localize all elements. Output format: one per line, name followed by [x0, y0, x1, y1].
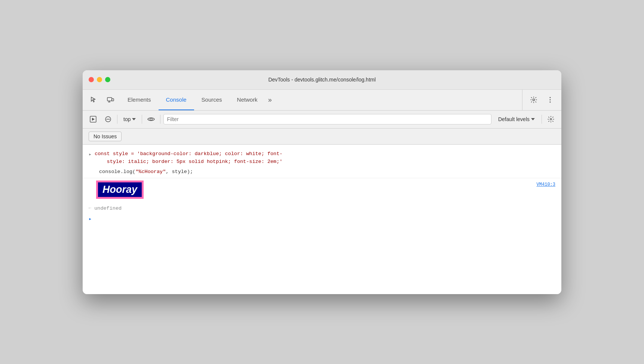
tab-bar-actions — [522, 90, 557, 110]
toolbar-divider-4 — [542, 115, 542, 124]
code-line-1: const style = 'background-color: darkblu… — [95, 151, 282, 157]
console-prompt: ▸ — [83, 213, 561, 224]
tab-bar-icons — [87, 90, 117, 110]
tab-console[interactable]: Console — [159, 90, 194, 110]
tabs: Elements Console Sources Network » — [120, 90, 519, 110]
no-issues-button[interactable]: No Issues — [89, 132, 122, 141]
svg-rect-0 — [107, 98, 112, 101]
code-text: const style = 'background-color: darkblu… — [95, 150, 555, 166]
svg-marker-9 — [92, 118, 95, 121]
prompt-chevron-icon[interactable]: ▸ — [89, 216, 92, 222]
context-selector[interactable]: top — [120, 115, 139, 124]
return-arrow-icon: ← — [89, 206, 91, 211]
code-line-2: style: italic; border: 5px solid hotpink… — [95, 159, 282, 164]
filter-input[interactable] — [163, 114, 491, 124]
console-settings-icon[interactable] — [545, 113, 557, 125]
tab-network[interactable]: Network — [230, 90, 265, 110]
svg-point-7 — [550, 102, 551, 103]
window-title: DevTools - devtools.glitch.me/console/lo… — [268, 77, 375, 83]
svg-rect-1 — [112, 99, 114, 101]
device-toolbar-icon[interactable] — [104, 93, 117, 107]
svg-point-5 — [550, 97, 551, 98]
traffic-lights — [89, 77, 110, 82]
console-output: ▸ const style = 'background-color: darkb… — [83, 145, 561, 294]
hooray-output: Hooray — [96, 181, 144, 199]
eye-icon[interactable] — [145, 113, 157, 125]
svg-point-12 — [150, 118, 152, 120]
more-options-icon[interactable] — [543, 93, 557, 107]
clear-console-icon[interactable] — [102, 113, 114, 125]
maximize-button[interactable] — [105, 77, 110, 82]
tab-sources[interactable]: Sources — [194, 90, 230, 110]
console-toolbar: top Default levels — [83, 111, 561, 129]
svg-point-6 — [550, 99, 551, 101]
tab-bar: Elements Console Sources Network » — [83, 90, 561, 111]
inspect-element-icon[interactable] — [87, 93, 101, 107]
more-tabs-button[interactable]: » — [265, 90, 275, 110]
settings-icon[interactable] — [527, 93, 540, 107]
log-levels-selector[interactable]: Default levels — [494, 115, 539, 124]
minimize-button[interactable] — [97, 77, 102, 82]
issues-bar: No Issues — [83, 129, 561, 145]
undefined-entry: ← undefined — [83, 203, 561, 213]
code-block: ▸ const style = 'background-color: darkb… — [89, 150, 555, 166]
devtools-window: DevTools - devtools.glitch.me/console/lo… — [83, 70, 561, 294]
toolbar-divider-2 — [142, 115, 142, 124]
toolbar-divider-3 — [160, 115, 160, 124]
title-bar: DevTools - devtools.glitch.me/console/lo… — [83, 70, 561, 90]
styled-output-entry: Hooray VM410:3 — [83, 178, 561, 203]
run-script-icon[interactable] — [87, 113, 99, 125]
expand-chevron[interactable]: ▸ — [89, 151, 92, 159]
code-log-line: console.log("%cHooray", style); — [89, 168, 555, 176]
console-code-entry: ▸ const style = 'background-color: darkb… — [83, 148, 561, 178]
svg-point-4 — [533, 99, 535, 101]
close-button[interactable] — [89, 77, 94, 82]
undefined-value: undefined — [94, 206, 122, 211]
svg-point-13 — [550, 118, 552, 120]
toolbar-divider — [117, 115, 117, 124]
tab-elements[interactable]: Elements — [120, 90, 159, 110]
hooray-text: Hooray — [96, 181, 144, 199]
vm-link[interactable]: VM410:3 — [537, 182, 555, 187]
